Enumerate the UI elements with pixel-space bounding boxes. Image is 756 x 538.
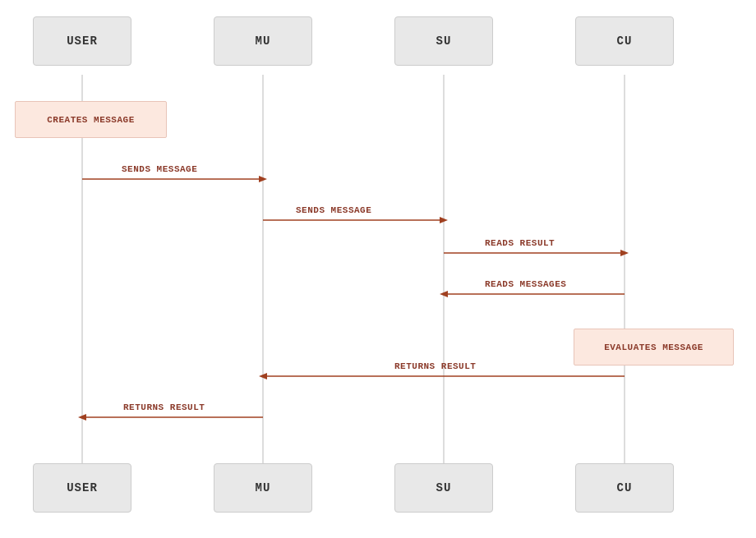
sequence-diagram: USER MU SU CU CREATES MESSAGE SENDS MESS… bbox=[0, 0, 756, 538]
svg-marker-7 bbox=[440, 217, 448, 223]
svg-marker-9 bbox=[620, 250, 629, 256]
svg-marker-13 bbox=[259, 373, 267, 379]
svg-marker-5 bbox=[259, 176, 267, 182]
actor-mu-top: MU bbox=[214, 16, 312, 66]
evaluates-message-note: EVALUATES MESSAGE bbox=[574, 329, 734, 366]
svg-marker-11 bbox=[440, 291, 448, 297]
returns-result-2-label: RETURNS RESULT bbox=[123, 402, 205, 412]
sends-message-2-label: SENDS MESSAGE bbox=[296, 205, 371, 215]
actor-mu-bottom: MU bbox=[214, 463, 312, 513]
arrows-svg bbox=[0, 0, 756, 538]
actor-su-top: SU bbox=[394, 16, 493, 66]
actor-user-top: USER bbox=[33, 16, 131, 66]
svg-marker-15 bbox=[78, 414, 86, 421]
creates-message-note: CREATES MESSAGE bbox=[15, 101, 167, 138]
sends-message-1-label: SENDS MESSAGE bbox=[122, 164, 197, 174]
returns-result-1-label: RETURNS RESULT bbox=[394, 361, 476, 371]
actor-cu-top: CU bbox=[575, 16, 674, 66]
reads-result-1-label: READS RESULT bbox=[485, 238, 555, 248]
reads-messages-label: READS MESSAGES bbox=[485, 279, 566, 289]
actor-user-bottom: USER bbox=[33, 463, 131, 513]
actor-cu-bottom: CU bbox=[575, 463, 674, 513]
actor-su-bottom: SU bbox=[394, 463, 493, 513]
